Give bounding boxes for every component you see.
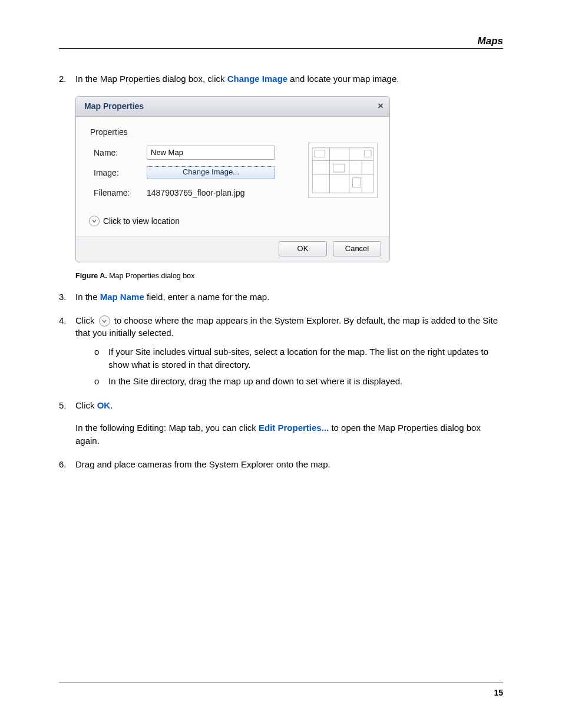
dialog-titlebar[interactable]: Map Properties × bbox=[76, 97, 389, 117]
label-image: Image: bbox=[85, 168, 147, 177]
cancel-button[interactable]: Cancel bbox=[333, 241, 381, 256]
location-expander[interactable]: Click to view location bbox=[89, 216, 380, 226]
footer-rule bbox=[59, 683, 503, 683]
step-text: Drag and place cameras from the System E… bbox=[75, 458, 503, 471]
page-header: Maps bbox=[59, 35, 503, 49]
ok-ref: OK bbox=[97, 400, 111, 410]
figure-label: Figure A. bbox=[75, 272, 107, 280]
map-name-input[interactable] bbox=[147, 146, 275, 160]
filename-value: 1487903765_floor-plan.jpg bbox=[147, 188, 276, 197]
svg-rect-0 bbox=[309, 144, 376, 197]
bullet: o bbox=[94, 375, 108, 388]
step-text: Click OK. In the following Editing: Map … bbox=[75, 399, 503, 447]
sub-text: If your Site includes virtual sub-sites,… bbox=[108, 345, 503, 371]
ok-button[interactable]: OK bbox=[279, 241, 327, 256]
step-5: 5. Click OK. In the following Editing: M… bbox=[59, 399, 503, 447]
expander-label: Click to view location bbox=[103, 216, 180, 226]
dialog-figure: Map Properties × Properties Name: Image: bbox=[75, 96, 503, 262]
step-2: 2. In the Map Properties dialog box, cli… bbox=[59, 73, 503, 85]
change-image-button[interactable]: Change Image... bbox=[147, 166, 275, 179]
dialog-title: Map Properties bbox=[84, 101, 144, 111]
chevron-down-icon[interactable] bbox=[89, 216, 100, 226]
step-number: 5. bbox=[59, 399, 75, 447]
change-image-ref: Change Image bbox=[227, 74, 288, 84]
step-text: In the Map Properties dialog box, click … bbox=[75, 73, 503, 85]
step-number: 3. bbox=[59, 291, 75, 304]
step-6: 6. Drag and place cameras from the Syste… bbox=[59, 458, 503, 471]
step-number: 4. bbox=[59, 314, 75, 391]
sub-item: o In the Site directory, drag the map up… bbox=[94, 375, 503, 388]
edit-properties-ref: Edit Properties... bbox=[259, 423, 329, 433]
figure-caption: Figure A. Map Properties dialog box bbox=[75, 272, 503, 280]
map-thumbnail bbox=[308, 143, 378, 198]
step-text: Click to choose where the map appears in… bbox=[75, 314, 503, 391]
close-icon[interactable]: × bbox=[378, 100, 384, 112]
dialog-footer: OK Cancel bbox=[76, 236, 389, 262]
step-number: 6. bbox=[59, 458, 75, 471]
sub-text: In the Site directory, drag the map up a… bbox=[108, 375, 402, 388]
label-name: Name: bbox=[85, 148, 147, 157]
step-4: 4. Click to choose where the map appears… bbox=[59, 314, 503, 391]
map-name-ref: Map Name bbox=[100, 292, 144, 302]
header-section-title: Maps bbox=[59, 35, 503, 47]
bullet: o bbox=[94, 345, 108, 371]
step-4-sublist: o If your Site includes virtual sub-site… bbox=[94, 345, 503, 387]
chevron-down-icon bbox=[99, 315, 110, 327]
properties-heading: Properties bbox=[90, 127, 380, 137]
dialog-body: Properties Name: Image: Change Image... bbox=[76, 117, 389, 236]
map-properties-dialog: Map Properties × Properties Name: Image: bbox=[75, 96, 390, 262]
label-filename: Filename: bbox=[85, 188, 147, 197]
step-3: 3. In the Map Name field, enter a name f… bbox=[59, 291, 503, 304]
sub-item: o If your Site includes virtual sub-site… bbox=[94, 345, 503, 371]
step-number: 2. bbox=[59, 73, 75, 85]
page-number: 15 bbox=[494, 688, 503, 697]
step-text: In the Map Name field, enter a name for … bbox=[75, 291, 503, 304]
